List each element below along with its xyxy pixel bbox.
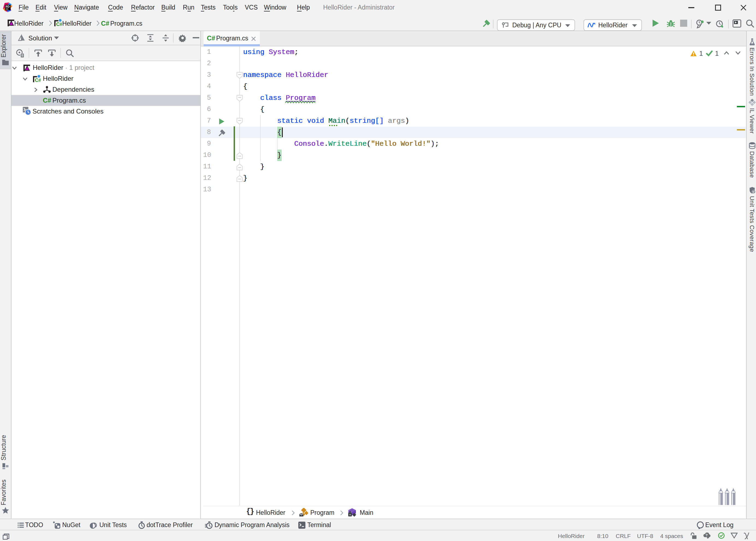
svg-text:C#: C# — [56, 22, 62, 27]
svg-text:C#: C# — [35, 78, 41, 83]
svg-text:RD: RD — [6, 5, 10, 8]
